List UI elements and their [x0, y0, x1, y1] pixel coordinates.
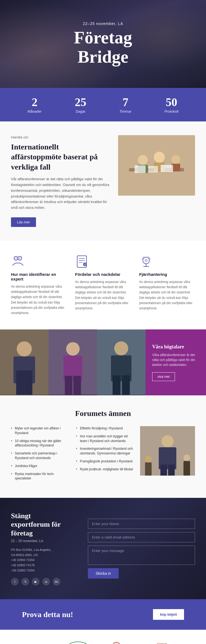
contact-section: Stängt exportforum för företag 22 – 25 n… — [0, 498, 206, 599]
stat-months-label: Månader — [27, 109, 41, 113]
svg-rect-31 — [65, 376, 72, 395]
forum-item: Hur man anställer och bygger ett team i … — [76, 434, 135, 443]
partners-section: KLASS © ic Riviaan Target American Heart — [0, 630, 206, 644]
svg-rect-36 — [113, 375, 120, 395]
svg-point-43 — [145, 456, 152, 462]
stat-protocol-label: Protokoll — [165, 109, 179, 113]
svg-rect-26 — [16, 371, 24, 395]
svg-rect-10 — [161, 165, 173, 172]
twitter-icon[interactable]: 𝕏 — [21, 578, 29, 585]
feature-remote: Fjärrhantering Av denna anledning anpass… — [139, 254, 195, 316]
forum-item: Samarbete och partnerskap i Ryssland och… — [11, 451, 69, 460]
feature-remote-title: Fjärrhantering — [139, 272, 195, 277]
speaker-image-2 — [49, 329, 97, 395]
svg-text:American: American — [157, 643, 167, 644]
svg-point-13 — [15, 257, 17, 260]
about-read-more-button[interactable]: Läs mer — [11, 217, 36, 227]
svg-point-34 — [114, 342, 128, 356]
svg-rect-42 — [168, 465, 175, 476]
social-icons-row: f 𝕏 ▶ in Be — [11, 578, 71, 585]
forum-item: 10 viktiga misstag när det gäller affärs… — [11, 439, 69, 448]
stat-protocol: 50 Protokoll — [165, 96, 179, 114]
youtube-icon[interactable]: ▶ — [32, 578, 40, 585]
forum-lists: Myter och legender om affärer i Ryssland… — [11, 426, 135, 484]
feature-pros-cons: ✓ Fördelar och nackdelar Av denna anledn… — [75, 254, 131, 316]
stat-hours-label: Timmar — [119, 109, 132, 113]
svg-rect-44 — [145, 462, 152, 476]
stat-protocol-number: 50 — [165, 96, 179, 109]
svg-rect-27 — [24, 371, 32, 395]
feature-pros-cons-title: Fördelar och nackdelar — [75, 272, 131, 277]
forum-item: Ryska marknaden för tech-specialister — [11, 472, 69, 481]
about-image-inner — [118, 135, 195, 196]
speakers-section: Våra högtalare Våra affärskonferenser är… — [0, 329, 206, 395]
about-tag: Handla om — [11, 135, 110, 139]
svg-point-14 — [18, 257, 21, 260]
hero-title-line1: Företag — [74, 28, 132, 47]
forum-item: Myter och legender om affärer i Ryssland — [11, 426, 69, 435]
about-section: Handla om Internationellt affärstoppmöte… — [0, 121, 206, 241]
hero-section: 22–25 november, LA Företag Bridge — [0, 0, 206, 88]
stat-days: 25 Dagar — [75, 96, 86, 114]
svg-rect-32 — [73, 376, 81, 395]
stat-hours-number: 7 — [119, 96, 132, 109]
contact-name-input[interactable] — [88, 519, 195, 529]
forum-title: Forumets ämnen — [11, 409, 195, 418]
partner-aha: American Heart Association — [156, 641, 184, 644]
behance-icon[interactable]: Be — [53, 578, 60, 585]
expert-icon — [11, 254, 25, 268]
svg-point-4 — [154, 152, 165, 163]
feature-pros-cons-desc: Av denna anledning anpassar våra webbapp… — [75, 279, 131, 311]
hero-title-line2: Bridge — [78, 47, 129, 66]
pros-cons-icon: ✓ — [75, 254, 89, 268]
linkedin-icon[interactable]: in — [42, 578, 50, 585]
cta-title: Prova detta nu! — [22, 610, 73, 619]
svg-point-24 — [17, 342, 32, 357]
forum-item: Framgångsrik produktion i Ryssland — [76, 459, 135, 464]
svg-rect-37 — [122, 375, 130, 395]
forum-list-left: Myter och legender om affärer i Ryssland… — [11, 426, 69, 484]
svg-rect-41 — [160, 465, 167, 476]
contact-date: 22 – 25 november, LA — [11, 539, 71, 543]
svg-point-2 — [138, 155, 148, 165]
svg-rect-46 — [183, 461, 190, 476]
speaker-image-3 — [97, 329, 146, 395]
svg-text:✓: ✓ — [84, 263, 86, 266]
svg-rect-8 — [135, 165, 146, 173]
forum-image — [140, 426, 195, 476]
hero-content: 22–25 november, LA Företag Bridge — [74, 21, 132, 67]
partners-row-1: KLASS © ic Riviaan Target American Heart — [11, 641, 195, 644]
stats-bar: 2 Månader 25 Dagar 7 Timmar 50 Protokoll — [0, 88, 206, 121]
cta-section: Prova detta nu! köp biljett — [0, 599, 206, 630]
speakers-text-panel: Våra högtalare Våra affärskonferenser är… — [146, 329, 206, 395]
feature-remote-desc: Av denna anledning anpassar våra webbapp… — [139, 279, 195, 311]
feature-expert-desc: Av denna anledning anpassar våra webbapp… — [11, 284, 67, 316]
about-title: Internationellt affärstoppmöte baserat p… — [11, 142, 110, 172]
speakers-title: Våra högtalare — [152, 344, 199, 350]
about-image — [118, 135, 195, 196]
contact-form: Skicka in — [82, 498, 206, 599]
contact-message-input[interactable] — [88, 546, 195, 565]
forum-item: Juridiska frågor — [11, 464, 69, 468]
stat-months: 2 Månader — [27, 96, 41, 114]
svg-point-6 — [171, 155, 180, 164]
contact-email-input[interactable] — [88, 532, 195, 542]
forum-list-right: Effektiv försäljning i Ryssland Hur man … — [76, 426, 135, 484]
about-description: Vår affärskonferenser är det rätta och p… — [11, 176, 110, 211]
forum-item: Effektiv försäljning i Ryssland — [76, 426, 135, 431]
cta-buy-ticket-button[interactable]: köp biljett — [153, 609, 184, 620]
feature-expert-title: Hur man identifierar en expert — [11, 272, 67, 281]
remote-icon — [139, 254, 153, 268]
features-section: Hur man identifierar en expert Av denna … — [0, 241, 206, 329]
facebook-icon[interactable]: f — [11, 578, 19, 585]
hero-date: 22–25 november, LA — [74, 21, 132, 26]
svg-point-52 — [113, 642, 120, 644]
forum-item: Investeringsmarknad i Ryssland och utoml… — [76, 446, 135, 456]
forum-content: Myter och legender om affärer i Ryssland… — [11, 426, 195, 484]
about-text: Handla om Internationellt affärstoppmöte… — [11, 135, 110, 227]
hero-title: Företag Bridge — [74, 28, 132, 67]
forum-section: Forumets ämnen Myter och legender om aff… — [0, 395, 206, 498]
svg-point-22 — [144, 259, 148, 262]
speakers-show-more-button[interactable]: visa mer — [152, 372, 175, 381]
contact-submit-button[interactable]: Skicka in — [88, 568, 119, 579]
